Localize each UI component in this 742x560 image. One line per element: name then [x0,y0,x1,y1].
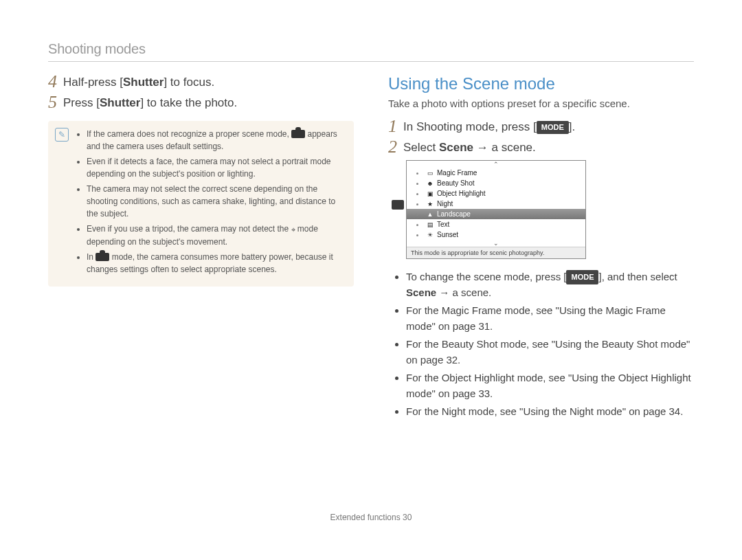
right-column: Using the Scene mode Take a photo with o… [388,74,694,430]
left-column: 4Half-press [Shutter] to focus.5Press [S… [48,74,354,430]
tips-list: To change the scene mode, press [MODE], … [388,269,694,420]
scene-item: ▣Object Highlight [407,188,585,199]
scene-item-label: Landscape [437,210,471,218]
tip-item: For the Magic Frame mode, see "Using the… [406,303,694,334]
scene-item-icon: ▣ [426,190,434,197]
step-number: 1 [388,117,403,135]
scene-item-label: Beauty Shot [437,179,474,187]
scene-item-icon: ☀ [426,232,434,238]
mode-button-label: MODE [537,121,569,134]
tip-item: For the Night mode, see "Using the Night… [406,404,694,420]
chevron-up-icon: ⌃ [407,161,585,168]
tip-item: For the Object Highlight mode, see "Usin… [406,370,694,401]
tip-item: If the camera does not recognize a prope… [87,128,343,153]
step-text: Press [Shutter] to take the photo. [63,95,354,111]
step: 2Select Scene → a scene. [388,139,694,156]
scene-item: ▲Landscape [407,209,585,219]
subsection-title: Using the Scene mode [388,74,694,93]
scene-item-icon: ★ [426,201,434,208]
step-text: Select Scene → a scene. [403,139,694,156]
tip-item: For the Beauty Shot mode, see "Using the… [406,337,694,368]
page-number: 30 [403,513,412,522]
note-icon: ✎ [55,128,69,142]
scene-item-icon: ▭ [426,170,434,177]
scene-item: ☀Sunset [407,229,585,240]
scene-item-icon: ▤ [426,221,434,228]
smart-auto-icon [95,253,109,261]
step-number: 2 [388,138,403,156]
tip-item: Even if it detects a face, the camera ma… [87,155,343,180]
tip-item: Even if you use a tripod, the camera may… [87,223,343,248]
tip-item: In mode, the camera consumes more batter… [87,251,343,276]
scene-item: ☻Beauty Shot [407,178,585,188]
scene-item-label: Magic Frame [437,169,477,177]
smart-auto-icon [291,130,305,138]
scene-item-icon: ▲ [426,211,434,218]
step: 1In Shooting mode, press [MODE]. [388,119,694,135]
scene-caption: This mode is appropriate for scenic phot… [407,247,585,258]
scene-item: ▤Text [407,219,585,229]
scene-item-icon: ☻ [426,180,434,187]
subsection-intro: Take a photo with options preset for a s… [388,98,694,109]
scene-item-label: Object Highlight [437,190,486,197]
scene-item: ▭Magic Frame [407,168,585,178]
step-number: 5 [48,93,63,111]
section-header: Shooting modes [48,41,694,62]
step-text: Half-press [Shutter] to focus. [63,74,354,91]
tip-item: The camera may not select the correct sc… [87,183,343,220]
mode-button-label: MODE [566,270,598,284]
scene-menu: ⌃ ▭Magic Frame☻Beauty Shot▣Object Highli… [406,160,586,259]
scene-item-label: Sunset [437,231,458,238]
chevron-down-icon: ⌄ [407,240,585,247]
movie-mode-icon [392,200,404,210]
scene-item-label: Text [437,221,449,228]
scene-item-label: Night [437,200,453,208]
tip-item: To change the scene mode, press [MODE], … [406,269,694,300]
tip-box: ✎ If the camera does not recognize a pro… [48,121,354,287]
footer-label: Extended functions [330,513,401,522]
scene-item: ★Night [407,199,585,209]
step-number: 4 [48,73,63,91]
page-footer: Extended functions 30 [48,513,694,522]
step: 4Half-press [Shutter] to focus. [48,74,354,91]
step: 5Press [Shutter] to take the photo. [48,95,354,111]
tripod-icon: ⌖ [291,224,295,236]
step-text: In Shooting mode, press [MODE]. [403,119,694,135]
